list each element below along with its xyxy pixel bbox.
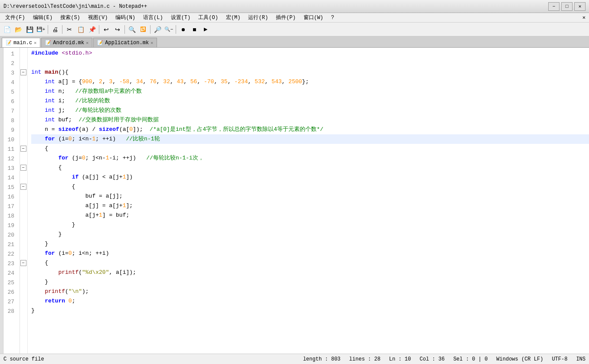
menubar: 文件(F) 编辑(E) 搜索(S) 视图(V) 编码(N) 语言(L) 设置(T… xyxy=(0,13,589,23)
menu-help[interactable]: ? xyxy=(327,14,337,22)
editor[interactable]: 1 2 3 4 5 6 7 8 9 10 11 12 13 14 15 16 1… xyxy=(0,48,589,354)
menu-window[interactable]: 窗口(W) xyxy=(300,13,327,22)
tb-zoom-in[interactable]: 🔎 xyxy=(152,24,163,35)
status-right: length : 803 lines : 28 Ln : 10 Col : 36… xyxy=(303,356,586,362)
menu-tools[interactable]: 工具(O) xyxy=(195,13,222,22)
tb-paste[interactable]: 📌 xyxy=(87,24,97,35)
menu-search[interactable]: 搜索(S) xyxy=(57,13,84,22)
fold-13[interactable]: − xyxy=(20,165,26,171)
minimize-button[interactable]: − xyxy=(548,2,560,11)
menu-file[interactable]: 文件(F) xyxy=(2,13,29,22)
tb-macro-play[interactable]: ▶ xyxy=(200,24,211,35)
tb-macro-rec[interactable]: ⏺ xyxy=(178,24,188,35)
window-title: D:\reversetool\TestCode\jni\main.c - Not… xyxy=(3,3,147,10)
code-line-16: buf = a[j]; xyxy=(31,192,589,201)
tb-open[interactable]: 📂 xyxy=(13,24,23,35)
tab-icon-android-mk: 📝 xyxy=(45,40,51,46)
code-line-13: { xyxy=(31,163,589,172)
toolbar-sep-4 xyxy=(124,25,125,34)
tab-main-c[interactable]: 📝 main.c ✕ xyxy=(2,38,40,47)
tb-find[interactable]: 🔍 xyxy=(127,24,137,35)
tb-print[interactable]: 🖨 xyxy=(50,24,60,35)
tab-close-application-mk[interactable]: ✕ xyxy=(151,40,153,46)
menu-language[interactable]: 语言(L) xyxy=(140,13,167,22)
left-marker-bar xyxy=(0,48,3,354)
code-line-14: if (a[j] < a[j+1]) xyxy=(31,172,589,182)
tb-redo[interactable]: ↪ xyxy=(112,24,123,35)
status-charset: UTF-8 xyxy=(552,356,567,362)
close-button[interactable]: ✕ xyxy=(574,2,586,11)
menu-settings[interactable]: 设置(T) xyxy=(167,13,194,22)
editor-container: 1 2 3 4 5 6 7 8 9 10 11 12 13 14 15 16 1… xyxy=(0,48,589,354)
status-sel: Sel : 0 | 0 xyxy=(453,356,488,362)
code-line-7: int j; //每轮比较的次数 xyxy=(31,106,589,115)
tab-icon-application-mk: 📝 xyxy=(97,40,103,46)
code-line-22: for (i=0; i<n; ++i) xyxy=(31,249,589,258)
tb-replace[interactable]: 🔁 xyxy=(138,24,148,35)
toolbar-sep-1 xyxy=(48,25,48,34)
menu-macro[interactable]: 宏(M) xyxy=(223,13,244,22)
code-line-9: n = sizeof(a) / sizeof(a[0]); /*a[0]是int… xyxy=(31,125,589,134)
code-line-15: { xyxy=(31,182,589,192)
code-line-20: } xyxy=(31,230,589,239)
tab-android-mk[interactable]: 📝 Android.mk ✕ xyxy=(41,38,92,47)
menu-encode[interactable]: 编码(N) xyxy=(112,13,139,22)
fold-3[interactable]: − xyxy=(20,69,26,75)
code-line-1: #include <stdio.h> xyxy=(31,49,589,58)
menu-view[interactable]: 视图(V) xyxy=(85,13,111,22)
toolbar: 📄 📂 💾 💾+ 🖨 ✂ 📋 📌 ↩ ↪ 🔍 🔁 🔎 🔍− ⏺ ⏹ ▶ xyxy=(0,23,589,36)
code-line-27: return 0; xyxy=(31,296,589,306)
code-line-17: a[j] = a[j+1]; xyxy=(31,201,589,211)
toolbar-sep-2 xyxy=(62,25,62,34)
tb-zoom-out[interactable]: 🔍− xyxy=(164,24,174,35)
tb-save[interactable]: 💾 xyxy=(24,24,35,35)
fold-11[interactable]: − xyxy=(20,146,26,152)
statusbar: C source file length : 803 lines : 28 Ln… xyxy=(0,354,589,364)
tb-saveall[interactable]: 💾+ xyxy=(36,24,46,35)
code-line-23: { xyxy=(31,258,589,268)
code-line-11: { xyxy=(31,144,589,153)
tb-undo[interactable]: ↩ xyxy=(101,24,111,35)
status-length: length : 803 xyxy=(303,356,340,362)
code-line-3: int main(){ xyxy=(31,68,589,77)
code-line-12: for (j=0; j<n-1-i; ++j) //每轮比较n-1-i次， xyxy=(31,153,589,163)
code-line-4: int a[] = {900, 2, 3, -58, 34, 76, 32, 4… xyxy=(31,77,589,87)
tab-close-android-mk[interactable]: ✕ xyxy=(86,40,88,46)
code-line-24: printf("%d\x20", a[i]); xyxy=(31,268,589,277)
tb-copy[interactable]: 📋 xyxy=(75,24,86,35)
menu-plugins[interactable]: 插件(P) xyxy=(272,13,299,22)
tab-label-main-c: main.c xyxy=(13,40,32,46)
code-line-28: } xyxy=(31,306,589,315)
status-file-type: C source file xyxy=(3,356,303,362)
extra-close-btn[interactable]: ✕ xyxy=(582,14,587,21)
code-line-10: for (i=0; i<n-1; ++i) //比较n-1轮 xyxy=(31,134,589,144)
maximize-button[interactable]: □ xyxy=(561,2,573,11)
tb-macro-stop[interactable]: ⏹ xyxy=(189,24,200,35)
menu-run[interactable]: 运行(R) xyxy=(245,13,272,22)
tb-cut[interactable]: ✂ xyxy=(64,24,75,35)
tb-new[interactable]: 📄 xyxy=(2,24,12,35)
toolbar-sep-5 xyxy=(150,25,151,34)
code-line-26: printf("\n"); xyxy=(31,287,589,296)
tab-close-main-c[interactable]: ✕ xyxy=(34,40,36,46)
code-line-5: int n; //存放数组a中元素的个数 xyxy=(31,87,589,96)
status-encoding: Windows (CR LF) xyxy=(496,356,543,362)
tab-application-mk[interactable]: 📝 Application.mk ✕ xyxy=(93,38,157,47)
status-col: Col : 36 xyxy=(420,356,445,362)
code-line-19: } xyxy=(31,220,589,230)
fold-23[interactable]: − xyxy=(20,260,26,266)
code-line-25: } xyxy=(31,277,589,287)
tab-label-application-mk: Application.mk xyxy=(105,40,149,46)
status-ins: INS xyxy=(576,356,586,362)
menu-edit[interactable]: 编辑(E) xyxy=(29,13,56,22)
code-line-21: } xyxy=(31,239,589,249)
line-numbers: 1 2 3 4 5 6 7 8 9 10 11 12 13 14 15 16 1… xyxy=(3,48,20,354)
fold-15[interactable]: − xyxy=(20,184,26,190)
tab-label-android-mk: Android.mk xyxy=(53,40,84,46)
toolbar-sep-3 xyxy=(99,25,99,34)
code-area[interactable]: #include <stdio.h> int main(){ int a[] =… xyxy=(28,48,589,354)
code-line-8: int buf; //交换数据时用于存放中间数据 xyxy=(31,115,589,125)
status-lines: lines : 28 xyxy=(349,356,380,362)
toolbar-sep-6 xyxy=(176,25,176,34)
code-line-6: int i; //比较的轮数 xyxy=(31,96,589,106)
